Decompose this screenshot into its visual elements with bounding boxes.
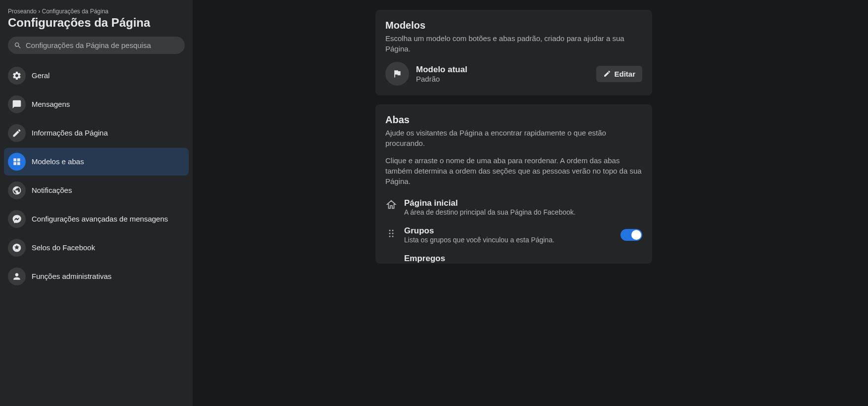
sidebar: Proseando › Configurações da Página Conf… xyxy=(0,0,193,406)
sidebar-item-notificacoes[interactable]: Notificações xyxy=(4,177,189,204)
svg-point-0 xyxy=(389,230,391,231)
modelos-title: Modelos xyxy=(385,20,642,31)
current-model-value: Padrão xyxy=(416,75,589,83)
abas-description-1: Ajude os visitantes da Página a encontra… xyxy=(385,128,642,148)
home-icon xyxy=(385,198,397,210)
sidebar-item-modelos-abas[interactable]: Modelos e abas xyxy=(4,148,189,176)
toggle-grupos[interactable] xyxy=(620,229,642,241)
sidebar-item-label: Informações da Página xyxy=(32,128,108,138)
abas-card: Abas Ajude os visitantes da Página a enc… xyxy=(375,104,652,264)
sidebar-item-funcoes[interactable]: Funções administrativas xyxy=(4,263,189,290)
tab-grupos[interactable]: Grupos Lista os grupos que você vinculou… xyxy=(385,221,642,249)
svg-point-3 xyxy=(392,233,394,234)
modelos-card: Modelos Escolha um modelo com botões e a… xyxy=(375,10,652,95)
tab-grupos-title: Grupos xyxy=(404,226,614,236)
pencil-icon xyxy=(603,70,611,78)
sidebar-item-label: Selos do Facebook xyxy=(32,243,95,253)
person-icon xyxy=(8,268,26,285)
tab-home-subtitle: A área de destino principal da sua Págin… xyxy=(404,208,642,216)
tab-empregos-title: Empregos xyxy=(404,249,642,264)
sidebar-item-mensagens[interactable]: Mensagens xyxy=(4,90,189,118)
sidebar-item-selos[interactable]: Selos do Facebook xyxy=(4,234,189,262)
sidebar-item-label: Modelos e abas xyxy=(32,157,84,167)
breadcrumb-parent[interactable]: Proseando xyxy=(8,8,37,15)
pencil-icon xyxy=(8,124,26,142)
modelos-description: Escolha um modelo com botões e abas padr… xyxy=(385,33,642,54)
svg-point-4 xyxy=(389,236,391,237)
sidebar-item-label: Notificações xyxy=(32,185,72,195)
gear-icon xyxy=(8,67,26,85)
sidebar-item-config-avancadas[interactable]: Configurações avançadas de mensagens xyxy=(4,205,189,233)
grid-icon xyxy=(8,153,26,171)
search-icon xyxy=(14,42,22,49)
star-icon xyxy=(8,239,26,257)
sidebar-item-label: Configurações avançadas de mensagens xyxy=(32,214,168,224)
flag-icon xyxy=(385,62,409,86)
current-model-label: Modelo atual xyxy=(416,65,589,75)
sidebar-item-label: Geral xyxy=(32,71,50,81)
sidebar-item-label: Mensagens xyxy=(32,99,70,109)
sidebar-item-informacoes[interactable]: Informações da Página xyxy=(4,119,189,147)
page-title: Configurações da Página xyxy=(4,16,189,30)
nav-list: Geral Mensagens Informações da Página Mo… xyxy=(4,62,189,290)
svg-point-2 xyxy=(389,233,391,234)
breadcrumb-separator: › xyxy=(38,8,40,15)
chat-icon xyxy=(8,95,26,113)
current-model-row: Modelo atual Padrão Editar xyxy=(385,62,642,86)
search-input[interactable] xyxy=(26,41,179,49)
edit-button-label: Editar xyxy=(614,70,635,78)
edit-button[interactable]: Editar xyxy=(596,66,642,82)
tab-home: Página inicial A área de destino princip… xyxy=(385,193,642,221)
globe-icon xyxy=(8,181,26,199)
svg-point-1 xyxy=(392,230,394,231)
drag-handle-icon[interactable] xyxy=(385,226,397,238)
sidebar-item-geral[interactable]: Geral xyxy=(4,62,189,90)
search-box[interactable] xyxy=(8,37,185,54)
messenger-icon xyxy=(8,210,26,228)
tab-home-title: Página inicial xyxy=(404,198,642,208)
svg-point-5 xyxy=(392,236,394,237)
breadcrumb: Proseando › Configurações da Página xyxy=(4,8,189,15)
breadcrumb-current: Configurações da Página xyxy=(42,8,109,15)
sidebar-item-label: Funções administrativas xyxy=(32,271,112,281)
tab-grupos-subtitle: Lista os grupos que você vinculou a esta… xyxy=(404,236,614,244)
abas-description-2: Clique e arraste o nome de uma aba para … xyxy=(385,155,642,186)
abas-title: Abas xyxy=(385,114,642,126)
main-content: Modelos Escolha um modelo com botões e a… xyxy=(193,0,868,406)
